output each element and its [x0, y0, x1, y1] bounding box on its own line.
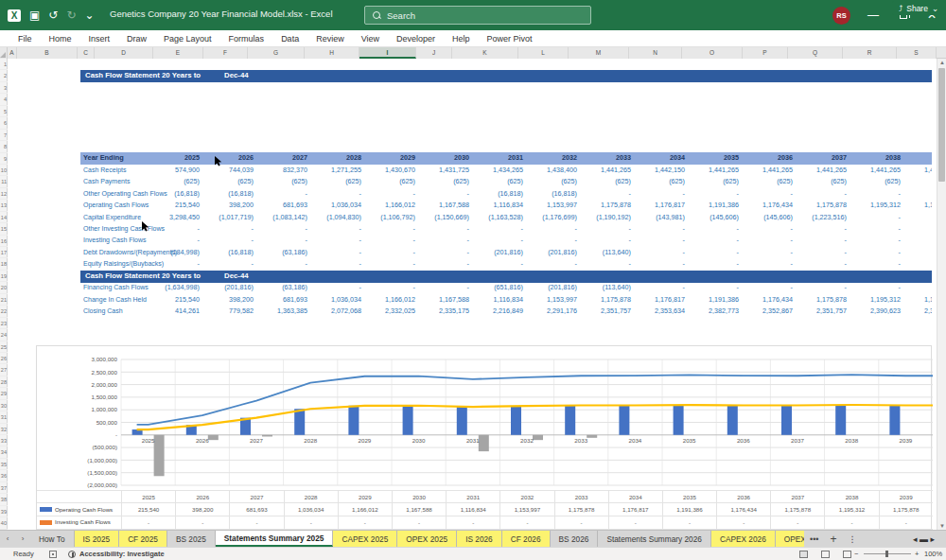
column-header-B[interactable]: B	[17, 47, 78, 59]
row-number-28[interactable]: 28	[0, 376, 8, 388]
row-label[interactable]: Investing Cash Flows	[80, 235, 151, 246]
row-number-9[interactable]: 9	[0, 153, 8, 165]
row-number-33[interactable]: 33	[0, 435, 8, 446]
column-header-J[interactable]: J	[416, 47, 452, 59]
cell[interactable]: 398,200	[205, 200, 259, 211]
column-header-P[interactable]: P	[743, 47, 788, 59]
cell[interactable]: (625)	[475, 176, 529, 187]
sheet-tab-bs-2026[interactable]: BS 2026	[551, 531, 599, 547]
cell[interactable]: 1,175,878	[583, 200, 637, 211]
cell[interactable]: -	[259, 258, 313, 270]
cell[interactable]: 832,370	[259, 165, 313, 176]
page-layout-view-icon[interactable]	[821, 551, 830, 558]
qat-customize-icon[interactable]: ⌄	[84, 9, 94, 21]
cell[interactable]: -	[691, 188, 745, 200]
cell[interactable]: 2,072,068	[313, 306, 367, 317]
sheet-tab-statements-summary-2026[interactable]: Statements Summary 2026	[598, 531, 711, 547]
column-header-S[interactable]: S	[897, 47, 937, 59]
cell[interactable]: 1,116,834	[475, 294, 529, 306]
cell[interactable]: -	[745, 282, 798, 293]
cell[interactable]: -	[637, 282, 691, 293]
cell[interactable]: 1,271,255	[313, 165, 367, 176]
cell[interactable]: -	[906, 282, 932, 293]
cell[interactable]: 1,438,400	[529, 165, 583, 176]
cell[interactable]: (201,816)	[529, 282, 583, 293]
cell[interactable]: (625)	[852, 176, 906, 187]
row-number-19[interactable]: 19	[0, 271, 8, 282]
tab-menu-button[interactable]: ⋮	[842, 531, 862, 547]
column-header-Q[interactable]: Q	[788, 47, 843, 59]
cell[interactable]: (201,816)	[475, 247, 529, 258]
avatar[interactable]: RS	[832, 7, 850, 25]
row-number-39[interactable]: 39	[0, 506, 8, 517]
cell[interactable]: 1,441,265	[852, 165, 906, 176]
cell[interactable]: -	[906, 235, 932, 246]
sheet-tab-opex-2026[interactable]: OPEX 2026	[776, 531, 804, 547]
cell[interactable]: -	[798, 235, 852, 246]
cell[interactable]: -	[798, 258, 852, 270]
year-header[interactable]: 2038	[852, 152, 906, 164]
cell[interactable]: (1,223,516)	[798, 212, 852, 223]
row-label[interactable]: Closing Cash	[80, 306, 151, 317]
column-header-H[interactable]: H	[305, 47, 359, 59]
ribbon-tab-view[interactable]: View	[353, 30, 388, 47]
cell[interactable]: -	[745, 188, 798, 200]
chart-header-band[interactable]: Cash Flow Statement 20 Years to Dec-44	[80, 271, 932, 282]
ribbon-tab-data[interactable]: Data	[272, 30, 307, 47]
cell[interactable]: (1,106,792)	[367, 212, 421, 223]
row-number-16[interactable]: 16	[0, 236, 8, 247]
column-header-I[interactable]: I	[359, 47, 416, 59]
cell[interactable]: 1,166,012	[367, 200, 421, 211]
cell[interactable]: -	[313, 235, 367, 246]
cell[interactable]: (16,818)	[475, 188, 529, 200]
zoom-slider-thumb[interactable]	[885, 551, 888, 557]
tab-scrollbar[interactable]: ◂ ▬ ▸	[907, 531, 940, 547]
cell[interactable]: (113,640)	[583, 247, 637, 258]
statement-header-band[interactable]: Cash Flow Statement 20 Years to Dec-44	[80, 70, 932, 81]
cell[interactable]: (145,606)	[691, 212, 745, 223]
row-number-10[interactable]: 10	[0, 165, 8, 176]
sheet-tab-cf-2026[interactable]: CF 2026	[502, 531, 551, 547]
cell[interactable]: 1,176,434	[745, 294, 798, 306]
row-number-14[interactable]: 14	[0, 212, 8, 223]
cell[interactable]: 2,351,757	[906, 306, 932, 317]
cell[interactable]: 1,153,997	[529, 200, 583, 211]
ribbon-tab-review[interactable]: Review	[307, 30, 353, 47]
cell[interactable]: 1,167,588	[421, 200, 475, 211]
cell[interactable]: -	[852, 247, 906, 258]
cell[interactable]: -	[583, 223, 637, 235]
cell[interactable]: -	[421, 258, 475, 270]
cell[interactable]: -	[852, 258, 906, 270]
year-header[interactable]: 2037	[798, 152, 852, 164]
cell[interactable]: (625)	[798, 176, 852, 187]
cell[interactable]: 1,191,386	[691, 294, 745, 306]
cell[interactable]: 1,441,265	[583, 165, 637, 176]
cell[interactable]: (625)	[906, 176, 932, 187]
sheet-area[interactable]: 1234567891011121314151617181920212223242…	[0, 59, 946, 530]
legend-item[interactable]: Investing Cash Flows	[37, 516, 121, 529]
cell[interactable]: 1,176,817	[637, 294, 691, 306]
cell[interactable]: 1,167,588	[421, 294, 475, 306]
cell[interactable]: 2,353,634	[637, 306, 691, 317]
column-header-A[interactable]: A	[8, 47, 17, 59]
cell[interactable]: -	[745, 258, 798, 270]
row-label[interactable]: Debt Drawdowns/(Repayments)	[80, 247, 151, 258]
column-header-K[interactable]: K	[452, 47, 518, 59]
row-number-38[interactable]: 38	[0, 494, 8, 505]
cell[interactable]: -	[475, 235, 529, 246]
cell[interactable]: 1,175,878	[798, 200, 852, 211]
cell[interactable]: -	[313, 258, 367, 270]
cell[interactable]: (1,083,142)	[259, 212, 313, 223]
cell[interactable]: 1,441,265	[691, 165, 745, 176]
cell[interactable]: 1,036,034	[313, 200, 367, 211]
cell[interactable]: 1,441,265	[906, 165, 932, 176]
column-header-G[interactable]: G	[248, 47, 305, 59]
cell[interactable]: -	[691, 258, 745, 270]
column-header-L[interactable]: L	[518, 47, 569, 59]
row-label[interactable]: Capital Expenditure	[80, 212, 151, 223]
save-icon[interactable]: ▣	[29, 9, 40, 21]
cell[interactable]: -	[421, 247, 475, 258]
cell[interactable]: 1,434,265	[475, 165, 529, 176]
cell[interactable]: (143,981)	[637, 212, 691, 223]
cell[interactable]: (1,190,192)	[583, 212, 637, 223]
